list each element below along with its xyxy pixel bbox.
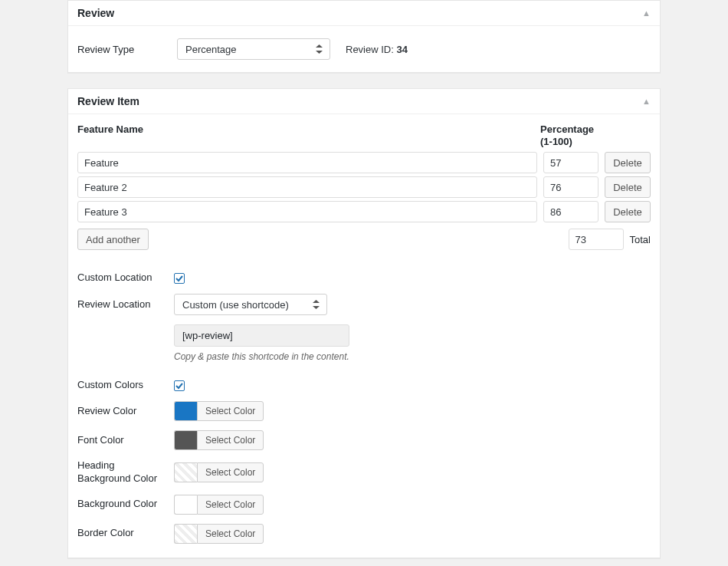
review-panel-title: Review [77, 7, 114, 19]
custom-colors-label: Custom Colors [77, 379, 163, 392]
color-label: Border Color [77, 527, 163, 540]
review-location-select[interactable]: Custom (use shortcode) [174, 294, 327, 315]
color-picker[interactable]: Select Color [174, 462, 264, 482]
collapse-icon[interactable]: ▲ [642, 8, 651, 18]
color-label: Font Color [77, 434, 163, 447]
feature-percentage-input[interactable] [543, 201, 598, 222]
custom-location-checkbox[interactable] [174, 273, 185, 284]
review-item-panel-title: Review Item [77, 95, 139, 107]
color-swatch[interactable] [174, 524, 197, 544]
color-label: Background Color [77, 498, 163, 511]
total-label: Total [630, 234, 651, 245]
select-color-button[interactable]: Select Color [197, 495, 264, 515]
select-caret-icon [313, 300, 322, 309]
color-swatch[interactable] [174, 462, 197, 482]
review-id-label: Review ID: 34 [346, 44, 408, 55]
select-color-button[interactable]: Select Color [197, 462, 264, 482]
review-type-select[interactable]: Percentage [177, 38, 330, 60]
review-location-value: Custom (use shortcode) [182, 299, 289, 311]
color-label: Review Color [77, 405, 163, 418]
color-swatch[interactable] [174, 401, 197, 421]
select-color-button[interactable]: Select Color [197, 524, 264, 544]
feature-percentage-input[interactable] [543, 176, 598, 198]
feature-name-input[interactable] [77, 176, 537, 198]
select-color-button[interactable]: Select Color [197, 430, 264, 450]
color-swatch[interactable] [174, 430, 197, 450]
feature-row: Delete [77, 152, 651, 173]
color-picker[interactable]: Select Color [174, 495, 264, 515]
review-item-panel-header: Review Item ▲ [68, 89, 660, 114]
review-type-label: Review Type [77, 44, 162, 55]
delete-button[interactable]: Delete [605, 176, 651, 198]
review-location-label: Review Location [77, 298, 163, 311]
feature-row: Delete [77, 201, 651, 222]
feature-row: Delete [77, 176, 651, 198]
review-panel: Review ▲ Review Type Percentage Review I… [67, 0, 661, 73]
delete-button[interactable]: Delete [605, 201, 651, 222]
review-item-panel: Review Item ▲ Feature Name Percentage (1… [67, 88, 661, 558]
color-row: Font ColorSelect Color [77, 426, 651, 455]
shortcode-box[interactable]: [wp-review] [174, 324, 349, 347]
feature-name-header: Feature Name [77, 123, 534, 135]
total-input[interactable] [569, 229, 624, 250]
color-label: Heading Background Color [77, 459, 163, 485]
color-picker[interactable]: Select Color [174, 524, 264, 544]
delete-button[interactable]: Delete [605, 152, 651, 173]
percentage-header: Percentage (1-100) [540, 123, 598, 147]
review-id-value: 34 [396, 44, 407, 55]
feature-name-input[interactable] [77, 152, 537, 173]
color-row: Review ColorSelect Color [77, 397, 651, 426]
feature-name-input[interactable] [77, 201, 537, 222]
color-row: Background ColorSelect Color [77, 490, 651, 519]
color-row: Border ColorSelect Color [77, 519, 651, 548]
custom-location-label: Custom Location [77, 271, 163, 285]
review-type-value: Percentage [185, 44, 237, 55]
select-caret-icon [316, 44, 325, 54]
feature-percentage-input[interactable] [543, 152, 598, 173]
review-panel-header: Review ▲ [68, 1, 660, 26]
color-picker[interactable]: Select Color [174, 401, 264, 421]
color-row: Heading Background ColorSelect Color [77, 455, 651, 490]
add-another-button[interactable]: Add another [77, 229, 149, 250]
color-swatch[interactable] [174, 495, 197, 515]
shortcode-help: Copy & paste this shortcode in the conte… [174, 351, 349, 362]
custom-colors-checkbox[interactable] [174, 380, 185, 391]
select-color-button[interactable]: Select Color [197, 401, 264, 421]
color-picker[interactable]: Select Color [174, 430, 264, 450]
collapse-icon[interactable]: ▲ [642, 97, 651, 106]
